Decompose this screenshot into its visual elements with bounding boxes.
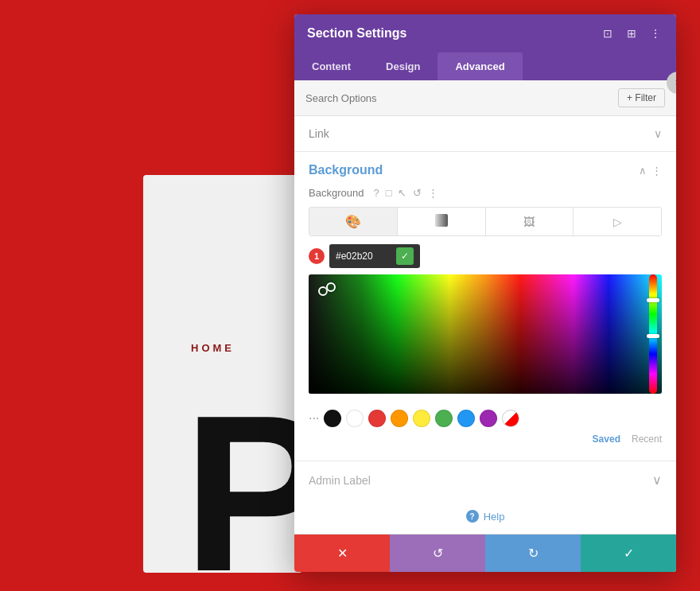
swatch-tab-recent[interactable]: Recent: [632, 434, 662, 445]
background-section: Background ∧ ⋮ Background ? □ ↖ ↺ ⋮ 🎨: [294, 152, 676, 461]
undo-icon: ↺: [433, 546, 443, 561]
svg-rect-0: [435, 214, 448, 227]
color-picker: 1 ✓: [309, 244, 662, 445]
hue-slider[interactable]: [649, 274, 657, 394]
close-icon: ×: [675, 77, 676, 88]
swatch-yellow[interactable]: [413, 410, 430, 427]
color-badge: 1: [309, 248, 325, 264]
link-label: Link: [309, 127, 329, 140]
image-type-tab[interactable]: 🖼: [486, 208, 574, 235]
canvas-home-text: HOME: [191, 342, 235, 354]
redo-icon: ↻: [528, 546, 539, 561]
tab-content[interactable]: Content: [294, 52, 368, 80]
background-row: Background ? □ ↖ ↺ ⋮: [309, 187, 662, 199]
picker-handle-2[interactable]: [326, 282, 336, 292]
swatch-purple[interactable]: [480, 410, 497, 427]
redo-button[interactable]: ↻: [485, 535, 581, 572]
panel-body: Link ∨ Background ∧ ⋮ Background ? □ ↖ ↺…: [294, 116, 676, 534]
collapse-icon[interactable]: ∧: [639, 165, 647, 177]
hex-confirm-button[interactable]: ✓: [396, 247, 414, 265]
swatch-tab-saved[interactable]: Saved: [593, 434, 620, 445]
swatch-white[interactable]: [346, 410, 364, 427]
more-swatches-icon[interactable]: ···: [309, 411, 319, 426]
help-circle-icon: ?: [466, 510, 479, 523]
more-options-icon[interactable]: ⋮: [651, 165, 662, 177]
more-vertical-icon[interactable]: ⋮: [648, 25, 663, 41]
swatch-blue[interactable]: [457, 410, 475, 427]
panel-tabs: Content Design Advanced: [294, 52, 676, 80]
color-type-tab[interactable]: 🎨: [309, 208, 398, 235]
swatch-green[interactable]: [435, 410, 453, 427]
swatch-black[interactable]: [324, 410, 341, 427]
panel-title: Section Settings: [307, 26, 406, 41]
background-controls: ∧ ⋮: [639, 165, 662, 177]
screen-icon[interactable]: ⊡: [600, 25, 616, 41]
video-type-tab[interactable]: ▷: [574, 208, 661, 235]
cursor-icon[interactable]: ↖: [398, 187, 406, 199]
image-icon: 🖼: [523, 216, 535, 228]
background-section-header: Background ∧ ⋮: [309, 163, 662, 177]
check-icon: ✓: [401, 251, 409, 262]
swatch-red[interactable]: [368, 410, 386, 427]
columns-icon[interactable]: ⊞: [624, 25, 640, 41]
background-type-tabs: 🎨 🖼 ▷: [309, 207, 662, 236]
panel-footer: ✕ ↺ ↻ ✓: [294, 534, 676, 572]
confirm-icon: ✓: [624, 546, 634, 561]
link-chevron-icon: ∨: [654, 127, 662, 140]
search-input[interactable]: [305, 92, 618, 104]
mobile-icon[interactable]: □: [386, 187, 392, 199]
cancel-icon: ✕: [337, 546, 348, 561]
admin-label-text: Admin Label: [309, 474, 371, 487]
gradient-type-tab[interactable]: [398, 208, 486, 235]
hue-handle[interactable]: [647, 298, 659, 302]
tab-advanced[interactable]: Advanced: [438, 52, 522, 80]
undo-button[interactable]: ↺: [390, 535, 485, 572]
color-gradient-canvas[interactable]: [309, 274, 662, 394]
header-icons: ⊡ ⊞ ⋮: [600, 25, 663, 41]
confirm-button[interactable]: ✓: [581, 535, 676, 572]
help-row[interactable]: ? Help: [294, 499, 676, 534]
swatch-orange[interactable]: [391, 410, 408, 427]
admin-label-chevron-icon: ∨: [652, 472, 662, 488]
help-label: Help: [484, 511, 505, 523]
swatch-custom[interactable]: [502, 410, 519, 427]
color-swatch-icon: 🎨: [345, 214, 361, 229]
swatch-row: ···: [309, 410, 662, 427]
section-settings-panel: Section Settings ⊡ ⊞ ⋮ Content Design Ad…: [294, 14, 676, 572]
background-section-title: Background: [309, 163, 383, 177]
hex-input[interactable]: [336, 251, 391, 262]
tab-design[interactable]: Design: [368, 52, 438, 80]
background-row-label: Background: [309, 187, 364, 199]
hue-handle-2[interactable]: [647, 334, 659, 338]
hex-input-row: 1 ✓: [309, 244, 662, 268]
video-icon: ▷: [613, 216, 622, 228]
gradient-icon: [435, 214, 448, 229]
search-bar: + Filter: [294, 80, 676, 116]
help-question-icon[interactable]: ?: [373, 187, 379, 199]
admin-label-row[interactable]: Admin Label ∨: [294, 461, 676, 499]
panel-header: Section Settings ⊡ ⊞ ⋮: [294, 14, 676, 52]
cancel-button[interactable]: ✕: [294, 535, 390, 572]
filter-button[interactable]: + Filter: [618, 88, 665, 107]
options-icon[interactable]: ⋮: [428, 187, 438, 199]
link-accordion[interactable]: Link ∨: [294, 116, 676, 152]
hex-input-wrap: ✓: [329, 244, 420, 268]
reset-icon[interactable]: ↺: [413, 187, 422, 199]
